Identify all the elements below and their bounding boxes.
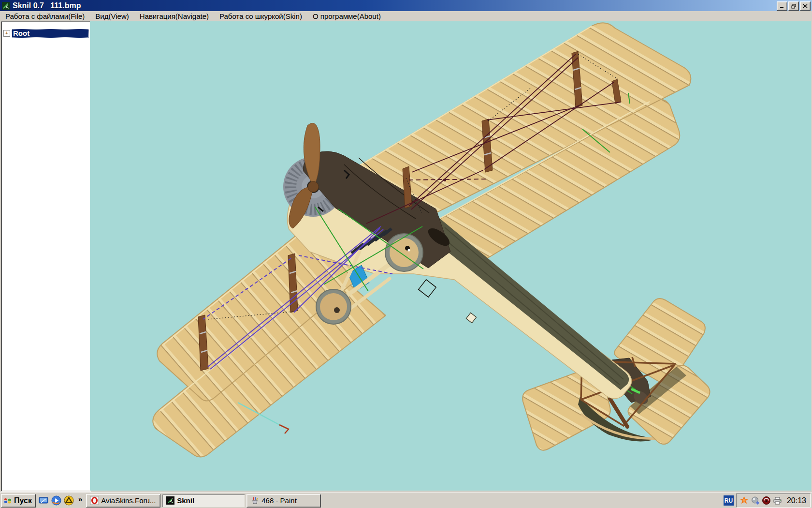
menu-view[interactable]: Вид(View) [90, 11, 134, 21]
inspection-hatch-outline [419, 280, 436, 297]
opera-icon [90, 496, 99, 505]
system-tray-area: RU 20:13 [724, 493, 811, 508]
menu-about[interactable]: О программе(About) [307, 11, 386, 21]
task-label: 468 - Paint [261, 496, 297, 505]
quick-launch: » [39, 495, 84, 506]
media-player-icon[interactable] [51, 495, 61, 506]
task-label: Sknil [177, 496, 194, 505]
tree-item-root[interactable]: + Root [3, 29, 89, 38]
task-button-aviaskins[interactable]: AviaSkins.Foru... [86, 494, 160, 508]
task-label: AviaSkins.Foru... [101, 496, 156, 505]
minimize-icon [780, 4, 784, 8]
menu-skin[interactable]: Работа со шкуркой(Skin) [214, 11, 307, 21]
download-master-icon[interactable] [762, 496, 771, 505]
close-button[interactable] [800, 1, 811, 11]
sknil-icon [166, 496, 174, 505]
restore-icon [791, 4, 797, 9]
tree-expand-icon[interactable]: + [3, 30, 10, 37]
taskbar: Пуск » AviaSkins.Foru... Sknil [0, 492, 812, 508]
printer-icon[interactable] [773, 496, 782, 505]
aircraft-model [90, 21, 811, 491]
restore-button[interactable] [788, 1, 799, 11]
menu-navigate[interactable]: Навигация(Navigate) [134, 11, 214, 21]
minimize-button[interactable] [777, 1, 787, 11]
start-label: Пуск [14, 496, 32, 505]
model-viewport[interactable] [90, 21, 811, 491]
menu-bar: Работа с файлами(File) Вид(View) Навигац… [0, 11, 812, 21]
quick-launch-overflow-chevron[interactable]: » [78, 495, 82, 503]
title-bar[interactable]: Sknil 0.7 111.bmp [0, 0, 812, 11]
window-title: Sknil 0.7 111.bmp [13, 1, 81, 10]
close-icon [803, 4, 808, 8]
system-tray: 20:13 [736, 493, 811, 508]
model-tree-panel: + Root [1, 21, 91, 492]
task-button-paint[interactable]: 468 - Paint [246, 494, 321, 508]
sknil-feather-icon [2, 2, 10, 10]
clock[interactable]: 20:13 [787, 496, 806, 505]
show-desktop-icon[interactable] [39, 495, 49, 506]
avast-icon[interactable] [740, 496, 749, 505]
yellow-app-icon[interactable] [64, 495, 74, 506]
windows-logo-icon [3, 496, 12, 505]
task-button-sknil[interactable]: Sknil [162, 494, 245, 507]
menu-file[interactable]: Работа с файлами(File) [0, 11, 90, 21]
tree-item-root-label[interactable]: Root [12, 29, 89, 38]
sphere-icon[interactable] [751, 496, 760, 505]
language-indicator[interactable]: RU [724, 495, 734, 506]
inspection-hatch-white [466, 313, 476, 323]
paint-icon [251, 496, 259, 505]
start-button[interactable]: Пуск [1, 494, 36, 508]
